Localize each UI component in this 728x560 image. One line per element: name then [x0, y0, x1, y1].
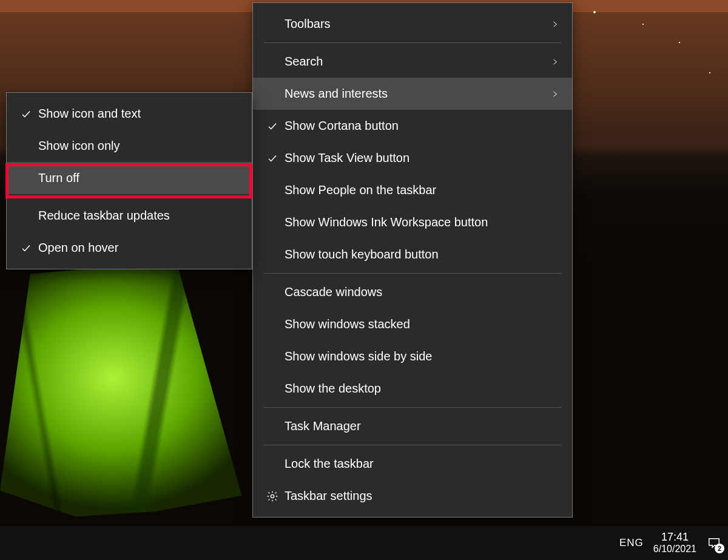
action-center-icon[interactable]: 2: [706, 535, 722, 551]
news-submenu-item-show-icon-and-text[interactable]: Show icon and text: [7, 98, 252, 130]
clock-time: 17:41: [653, 531, 696, 543]
taskbar-menu-item-lock-the-taskbar[interactable]: Lock the taskbar: [253, 448, 572, 480]
menu-item-label: Show Task View button: [281, 151, 559, 165]
svg-point-0: [271, 494, 274, 498]
taskbar-menu-item-show-touch-keyboard-button[interactable]: Show touch keyboard button: [253, 238, 572, 271]
clock[interactable]: 17:41 6/10/2021: [653, 531, 696, 555]
menu-item-label: Show windows stacked: [281, 317, 559, 331]
taskbar-menu-item-show-cortana-button[interactable]: Show Cortana button: [253, 110, 572, 142]
taskbar-empty-area[interactable]: [0, 525, 610, 560]
taskbar-menu-item-show-the-desktop[interactable]: Show the desktop: [253, 373, 572, 405]
menu-item-label: Show Windows Ink Workspace button: [281, 215, 559, 229]
taskbar-menu-item-cascade-windows[interactable]: Cascade windows: [253, 276, 572, 308]
check-icon: [18, 109, 35, 120]
taskbar-menu-item-search[interactable]: Search: [253, 46, 572, 78]
menu-separator: [18, 197, 241, 197]
menu-item-label: Lock the taskbar: [281, 457, 559, 471]
notification-badge: 2: [715, 544, 724, 553]
menu-item-label: Cascade windows: [281, 285, 559, 299]
check-icon: [264, 153, 281, 164]
menu-item-label: Open on hover: [35, 241, 238, 255]
taskbar-menu-item-taskbar-settings[interactable]: Taskbar settings: [253, 480, 572, 512]
gear-icon: [264, 490, 281, 502]
taskbar-menu-item-show-windows-ink-workspace-button[interactable]: Show Windows Ink Workspace button: [253, 206, 572, 238]
menu-item-label: Show icon only: [35, 139, 238, 153]
menu-item-label: Show icon and text: [35, 107, 238, 121]
taskbar-menu-item-show-people-on-the-taskbar[interactable]: Show People on the taskbar: [253, 174, 572, 206]
news-submenu-item-show-icon-only[interactable]: Show icon only: [7, 130, 252, 162]
menu-separator: [264, 407, 561, 408]
menu-separator: [264, 42, 561, 43]
taskbar[interactable]: ENG 17:41 6/10/2021 2: [0, 525, 728, 560]
chevron-right-icon: [544, 18, 559, 30]
menu-separator: [264, 273, 561, 274]
taskbar-menu-item-show-task-view-button[interactable]: Show Task View button: [253, 142, 572, 174]
menu-item-label: Show the desktop: [281, 382, 559, 396]
menu-item-label: Show windows side by side: [281, 349, 559, 363]
news-submenu-item-reduce-taskbar-updates[interactable]: Reduce taskbar updates: [7, 200, 252, 232]
news-submenu-item-open-on-hover[interactable]: Open on hover: [7, 232, 252, 264]
taskbar-menu-item-toolbars[interactable]: Toolbars: [253, 8, 572, 40]
check-icon: [264, 121, 281, 132]
taskbar-menu-item-task-manager[interactable]: Task Manager: [253, 410, 572, 442]
news-submenu-item-turn-off[interactable]: Turn off: [7, 162, 252, 194]
menu-item-label: Toolbars: [281, 17, 544, 31]
taskbar-context-menu: ToolbarsSearchNews and interestsShow Cor…: [252, 2, 573, 518]
taskbar-menu-item-show-windows-stacked[interactable]: Show windows stacked: [253, 308, 572, 340]
menu-item-label: Show Cortana button: [281, 119, 559, 133]
language-indicator[interactable]: ENG: [619, 537, 644, 549]
chevron-right-icon: [544, 56, 559, 68]
menu-item-label: Search: [281, 55, 544, 69]
menu-item-label: Turn off: [35, 171, 238, 185]
news-and-interests-submenu: Show icon and textShow icon onlyTurn off…: [6, 92, 252, 269]
check-icon: [18, 243, 35, 254]
menu-item-label: Show touch keyboard button: [281, 248, 559, 261]
menu-item-label: Task Manager: [281, 419, 559, 433]
taskbar-menu-item-news-and-interests[interactable]: News and interests: [253, 78, 572, 110]
menu-item-label: Show People on the taskbar: [281, 183, 559, 197]
chevron-right-icon: [544, 88, 559, 100]
clock-date: 6/10/2021: [653, 543, 696, 555]
menu-separator: [264, 445, 561, 445]
menu-item-label: Taskbar settings: [281, 489, 559, 503]
taskbar-menu-item-show-windows-side-by-side[interactable]: Show windows side by side: [253, 340, 572, 373]
menu-item-label: News and interests: [281, 87, 544, 101]
system-tray: ENG 17:41 6/10/2021 2: [610, 525, 728, 560]
menu-item-label: Reduce taskbar updates: [35, 209, 238, 223]
